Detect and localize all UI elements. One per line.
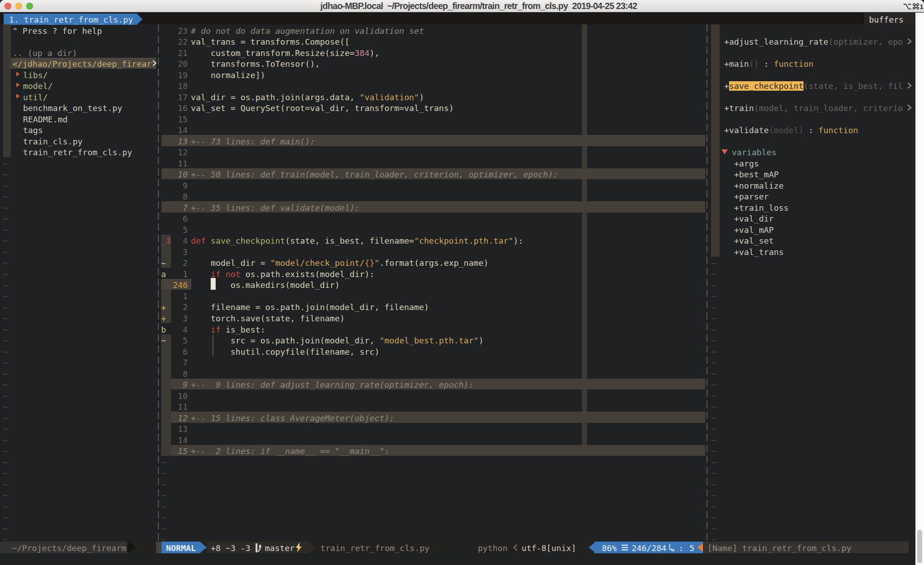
svg-text:N: N	[671, 548, 675, 552]
svg-text:1: 1	[920, 3, 924, 10]
